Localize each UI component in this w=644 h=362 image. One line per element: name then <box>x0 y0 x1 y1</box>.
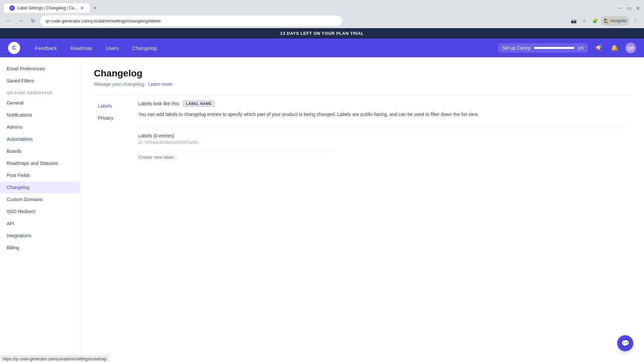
sidebar-item-admins[interactable]: Admins <box>0 121 80 133</box>
sidebar-label-email-preferences: Email Preferences <box>7 66 45 71</box>
sidebar-item-changelog[interactable]: Changelog <box>0 181 80 193</box>
sidebar-label-automations: Automations <box>7 136 33 142</box>
label-description: You can add labels to changelog entries … <box>138 111 631 118</box>
sidebar-label-boards: Boards <box>7 148 21 154</box>
sidebar-item-sso-redirect[interactable]: SSO Redirect <box>0 205 80 218</box>
sidebar-section-header: QR CODE GENERATOR <box>0 87 80 97</box>
sidebar-label-changelog: Changelog <box>7 185 30 190</box>
browser-window: C Label Settings | Changelog | Ca... ✕ +… <box>0 0 644 28</box>
browser-tabs: C Label Settings | Changelog | Ca... ✕ + <box>4 3 100 13</box>
trial-text: 13 DAYS LEFT ON YOUR PLAN TRIAL <box>280 31 364 36</box>
labels-list-id: ID: 655dac450b62b6bfaff1a4bc <box>138 140 631 145</box>
camera-icon[interactable]: 📷 <box>569 16 578 25</box>
nav-link-feedback[interactable]: Feedback <box>28 39 64 57</box>
labels-content: Labels look like this: LABEL NAME You ca… <box>138 101 631 164</box>
sidebar-label-integrations: Integrations <box>7 233 31 238</box>
sidebar-label-notifications: Notifications <box>7 112 32 118</box>
browser-toolbar: ← → ↻ 📷 ☆ 🧩 🕵 Incognito ⋮ <box>0 13 644 28</box>
menu-button[interactable]: ⋮ <box>631 16 640 25</box>
refresh-button[interactable]: ↻ <box>28 16 38 25</box>
label-example-badge: LABEL NAME <box>183 101 215 107</box>
learn-more-link[interactable]: Learn more <box>148 81 172 87</box>
sidebar-label-roadmaps: Roadmaps and Statuses <box>7 161 58 166</box>
nav-logo[interactable]: C <box>8 42 20 54</box>
sidebar-item-email-preferences[interactable]: Email Preferences <box>0 63 80 75</box>
sidebar-item-general[interactable]: General <box>0 97 80 109</box>
incognito-icon: 🕵 <box>604 18 609 23</box>
bookmark-icon[interactable]: ☆ <box>580 16 589 25</box>
status-url: https://qr-code-generator.canny.io/admin… <box>3 357 107 361</box>
extension-icon[interactable]: 🧩 <box>590 16 600 25</box>
sidebar: Email Preferences Saved Filters QR CODE … <box>0 57 80 362</box>
incognito-label: Incognito <box>610 18 627 23</box>
setup-progress-bar <box>534 47 574 49</box>
tab-title: Label Settings | Changelog | Ca... <box>17 6 77 10</box>
incognito-badge: 🕵 Incognito <box>601 16 629 25</box>
page-title: Changelog <box>94 68 631 79</box>
browser-titlebar: C Label Settings | Changelog | Ca... ✕ +… <box>0 0 644 13</box>
labels-list-section: Labels (0 entries) ID: 655dac450b62b6bfa… <box>138 126 631 164</box>
sidebar-label-saved-filters: Saved Filters <box>7 78 34 83</box>
create-label-input[interactable] <box>138 150 333 164</box>
content-area: Changelog Manage your changelog. Learn m… <box>80 57 644 362</box>
page-subtitle-text: Manage your changelog. <box>94 81 146 87</box>
address-bar[interactable] <box>40 15 342 26</box>
sidebar-label-sso-redirect: SSO Redirect <box>7 209 36 214</box>
label-intro: Labels look like this: LABEL NAME <box>138 101 631 107</box>
sidebar-label-custom-domains: Custom Domains <box>7 197 43 202</box>
forward-button[interactable]: → <box>16 16 25 25</box>
sidebar-item-post-fields[interactable]: Post Fields <box>0 169 80 181</box>
setup-canny[interactable]: Set up Canny 3/5 <box>498 43 588 53</box>
chat-button[interactable]: 💬 <box>617 335 633 351</box>
content-layout: Labels Privacy Labels look like this: LA… <box>94 101 631 164</box>
sidebar-item-integrations[interactable]: Integrations <box>0 230 80 242</box>
sidebar-item-billing[interactable]: Billing <box>0 242 80 254</box>
window-close-icon[interactable]: ✕ <box>636 5 640 11</box>
page-subtitle: Manage your changelog. Learn more <box>94 81 631 87</box>
main-layout: Email Preferences Saved Filters QR CODE … <box>0 57 644 362</box>
sidebar-item-automations[interactable]: Automations <box>0 133 80 145</box>
nav-links: Feedback Roadmap Users Changelog <box>28 39 163 57</box>
user-avatar[interactable]: QR <box>625 43 636 53</box>
sidebar-label-billing: Billing <box>7 245 19 250</box>
trial-banner: 13 DAYS LEFT ON YOUR PLAN TRIAL <box>0 28 644 39</box>
toolbar-actions: 📷 ☆ 🧩 🕵 Incognito ⋮ <box>569 16 640 25</box>
active-tab[interactable]: C Label Settings | Changelog | Ca... ✕ <box>4 3 90 13</box>
window-controls: ─ ▭ ✕ <box>619 5 640 11</box>
tab-privacy[interactable]: Privacy <box>94 113 127 123</box>
status-bar: https://qr-code-generator.canny.io/admin… <box>0 356 109 362</box>
tab-labels[interactable]: Labels <box>94 101 127 111</box>
tab-favicon: C <box>9 5 15 11</box>
bell-icon[interactable]: 🔔 <box>609 43 620 53</box>
tab-close-button[interactable]: ✕ <box>80 5 84 11</box>
top-nav: C Feedback Roadmap Users Changelog Set u… <box>0 39 644 57</box>
nav-link-changelog[interactable]: Changelog <box>125 39 163 57</box>
sidebar-item-boards[interactable]: Boards <box>0 145 80 157</box>
content-divider <box>94 95 631 95</box>
setup-progress-fill <box>534 47 574 49</box>
sidebar-item-saved-filters[interactable]: Saved Filters <box>0 75 80 87</box>
setup-label: Set up Canny <box>502 45 531 51</box>
window-minimize-icon[interactable]: ─ <box>619 5 623 11</box>
content-tabs: Labels Privacy <box>94 101 127 164</box>
sidebar-label-post-fields: Post Fields <box>7 173 30 178</box>
labels-list-title: Labels (0 entries) <box>138 133 631 138</box>
app-container: 13 DAYS LEFT ON YOUR PLAN TRIAL C Feedba… <box>0 28 644 362</box>
new-tab-button[interactable]: + <box>90 3 100 13</box>
nav-right: Set up Canny 3/5 📢 🔔 QR <box>498 43 636 53</box>
label-intro-text: Labels look like this: <box>138 101 180 106</box>
nav-link-roadmap[interactable]: Roadmap <box>64 39 99 57</box>
chat-icon: 💬 <box>621 339 630 347</box>
sidebar-label-general: General <box>7 100 23 106</box>
sidebar-item-notifications[interactable]: Notifications <box>0 109 80 121</box>
sidebar-item-api[interactable]: API <box>0 218 80 230</box>
megaphone-icon[interactable]: 📢 <box>593 43 604 53</box>
setup-count: 3/5 <box>578 46 584 51</box>
nav-link-users[interactable]: Users <box>99 39 125 57</box>
window-maximize-icon[interactable]: ▭ <box>627 5 632 11</box>
sidebar-item-roadmaps[interactable]: Roadmaps and Statuses <box>0 157 80 169</box>
sidebar-label-admins: Admins <box>7 124 22 130</box>
sidebar-item-custom-domains[interactable]: Custom Domains <box>0 193 80 205</box>
back-button[interactable]: ← <box>4 16 13 25</box>
sidebar-label-api: API <box>7 221 14 226</box>
